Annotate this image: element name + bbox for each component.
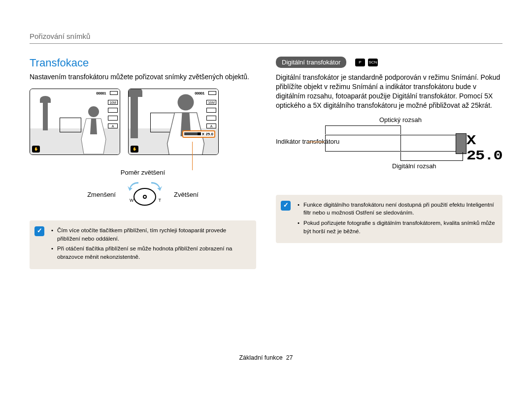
note-box-left: ✓ Čím více otočíte tlačítkem přiblížení,… [30,220,256,269]
mode-p-icon: P [355,59,365,66]
zoom-value-readout: X 25.0 [466,133,505,163]
zoom-dial-diagram: Zmenšení W T Zvětšení [30,181,256,209]
resolution-badge: 16M [108,100,118,105]
dial-w-label: W [130,198,134,203]
note-item: Čím více otočíte tlačítkem přiblížení, t… [51,226,249,243]
dial-t-label: T [158,198,161,203]
digital-zoom-paragraph: Digitální transfokátor je standardně pod… [276,73,502,110]
section-title: Transfokace [30,57,256,69]
label-zoom-in: Zvětšení [174,191,199,198]
zoom-ratio-caption: Poměr zvětšení [30,169,256,176]
mode-scene-icon: SCN [368,59,378,66]
label-digital-range: Digitální rozsah [392,162,436,170]
lcd-screenshots: P 00001 16M A ✋ [30,89,256,155]
breadcrumb: Pořizování snímků [30,32,502,44]
svg-point-0 [88,106,99,117]
frame-counter: 00001 [96,91,106,95]
battery-icon [110,91,118,95]
info-icon: ✓ [281,201,291,211]
zoom-range-diagram: Optický rozsah Indikátor transfokátoru X… [276,116,502,185]
stabilizer-icon: ✋ [32,146,40,153]
note-box-right: ✓ Funkce digitálního transfokátoru není … [276,195,502,244]
subject-silhouette [155,92,216,155]
note-item: Při otáčení tlačítka přiblížení se může … [51,245,249,261]
subsection-pill: Digitální transfokátor [276,57,346,68]
note-item: Pokud pořizujete fotografie s digitálním… [298,219,496,235]
lcd-preview-zoom: P 00001 16M A ✋ [128,89,219,155]
intro-text: Nastavením transfokátoru můžete pořizova… [30,72,256,82]
info-icon: ✓ [34,226,44,236]
svg-point-1 [178,94,194,110]
note-item: Funkce digitálního transfokátoru není do… [298,201,496,217]
stabilizer-icon: ✋ [131,146,138,153]
zoom-thumb [456,133,466,154]
page-footer: Základní funkce 27 [0,354,532,361]
subject-silhouette [76,105,111,154]
label-zoom-out: Zmenšení [87,191,116,198]
label-optical-range: Optický rozsah [379,116,422,123]
zoom-ratio-badge: X 25.0 [182,130,215,138]
lcd-preview-wide: P 00001 16M A ✋ [30,89,120,155]
